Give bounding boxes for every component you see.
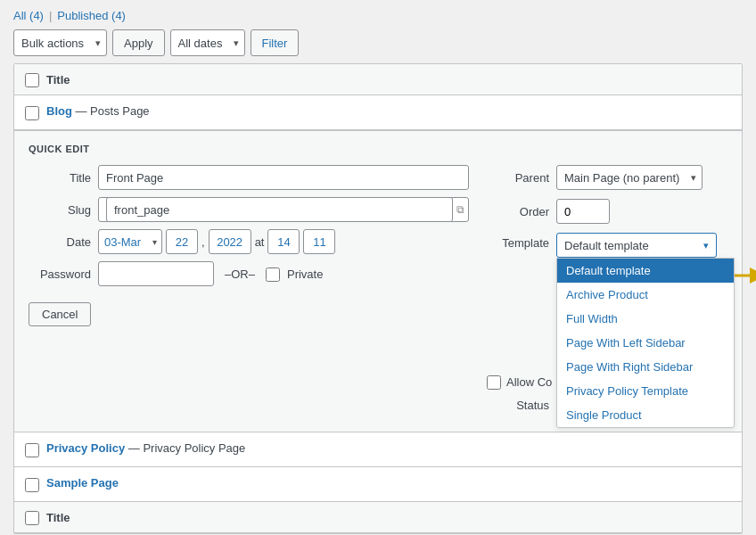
privacy-page-suffix: — Privacy Policy Page	[125, 441, 245, 455]
template-option-default[interactable]: Default template	[557, 259, 734, 283]
quick-edit-form: Title Slug ⧉ Date	[29, 165, 727, 419]
password-label: Password	[29, 268, 91, 281]
top-filter-bar: Bulk actions Apply All dates Filter	[13, 29, 743, 56]
month-select[interactable]: 03-Mar	[98, 229, 162, 254]
quick-edit-title: QUICK EDIT	[29, 144, 727, 154]
order-input[interactable]	[556, 199, 610, 224]
password-input[interactable]	[98, 261, 214, 286]
title-label: Title	[29, 171, 91, 185]
hour-input[interactable]	[267, 229, 300, 254]
table-footer-header-row: Title	[14, 502, 742, 533]
select-all-checkbox[interactable]	[25, 73, 39, 87]
slug-label: Slug	[29, 203, 91, 217]
template-option-privacy[interactable]: Privacy Policy Template	[557, 379, 734, 403]
slug-wrap: ⧉	[98, 197, 469, 222]
template-dropdown-menu: Default template Archive Product Full Wi…	[556, 258, 735, 428]
tabs-bar: All (4) | Published (4)	[13, 9, 743, 22]
cancel-button[interactable]: Cancel	[29, 302, 91, 326]
tab-separator: |	[49, 9, 52, 22]
template-row: Template Default template ▾ Default temp…	[487, 233, 727, 258]
select-all-bottom-checkbox[interactable]	[25, 511, 39, 525]
pages-table: Title Blog — Posts Page QUICK EDIT Title	[13, 63, 743, 534]
template-current-value: Default template	[564, 239, 649, 252]
blog-page-link[interactable]: Blog	[46, 104, 72, 118]
blog-page-suffix: — Posts Page	[72, 104, 150, 118]
private-checkbox[interactable]	[266, 268, 280, 282]
parent-row: Parent Main Page (no parent)	[487, 165, 727, 190]
template-dropdown-button[interactable]: Default template ▾	[556, 233, 717, 258]
template-option-left[interactable]: Page With Left Sidebar	[557, 331, 734, 355]
apply-top-button[interactable]: Apply	[112, 29, 165, 56]
row-checkbox-blog[interactable]	[25, 106, 39, 120]
template-option-full[interactable]: Full Width	[557, 307, 734, 331]
slug-row: Slug ⧉	[29, 197, 469, 222]
order-label: Order	[487, 205, 549, 218]
password-row: Password –OR– Private	[29, 261, 469, 286]
parent-select[interactable]: Main Page (no parent)	[556, 165, 703, 190]
table-row: Blog — Posts Page	[14, 95, 742, 130]
allow-comments-checkbox[interactable]	[487, 375, 501, 390]
parent-label: Parent	[487, 171, 549, 185]
allow-comments-label: Allow Co	[506, 375, 552, 389]
qe-right-col: Parent Main Page (no parent) Order Templ…	[487, 165, 727, 419]
template-label: Template	[487, 236, 549, 250]
day-input[interactable]	[166, 229, 198, 254]
tab-published[interactable]: Published (4)	[57, 9, 126, 22]
parent-select-wrap: Main Page (no parent)	[556, 165, 703, 190]
row-checkbox-sample[interactable]	[25, 478, 39, 492]
order-row: Order	[487, 199, 727, 224]
all-dates-wrap: All dates	[170, 29, 245, 56]
bulk-actions-top-select[interactable]: Bulk actions	[13, 29, 107, 56]
month-select-wrap: 03-Mar ▾	[98, 229, 162, 254]
qe-left-col: Title Slug ⧉ Date	[29, 165, 469, 419]
filter-button[interactable]: Filter	[251, 29, 300, 56]
slug-input[interactable]	[106, 197, 453, 222]
row-checkbox-privacy[interactable]	[25, 443, 39, 457]
date-inputs: 03-Mar ▾ , at	[98, 229, 335, 254]
template-chevron-icon: ▾	[703, 240, 709, 251]
date-label: Date	[29, 235, 91, 249]
template-option-archive[interactable]: Archive Product	[557, 283, 734, 307]
slug-copy-icon[interactable]: ⧉	[456, 203, 464, 216]
template-dropdown-container: Default template ▾ Default template Arch…	[556, 233, 717, 258]
comma1: ,	[201, 235, 205, 249]
table-row: Sample Page	[14, 467, 742, 502]
table-header-row: Title	[14, 64, 742, 95]
template-option-right[interactable]: Page With Right Sidebar	[557, 355, 734, 379]
at-label: at	[255, 235, 265, 249]
status-label: Status	[487, 399, 549, 412]
private-label: Private	[287, 268, 323, 281]
sample-page-link[interactable]: Sample Page	[46, 476, 119, 490]
privacy-page-link[interactable]: Privacy Policy	[46, 441, 125, 455]
all-dates-select[interactable]: All dates	[170, 29, 245, 56]
title-row: Title	[29, 165, 469, 190]
min-input[interactable]	[303, 229, 335, 254]
title-footer-column-header: Title	[46, 511, 70, 524]
title-input[interactable]	[98, 165, 469, 190]
template-option-single[interactable]: Single Product	[557, 403, 734, 427]
title-column-header: Title	[46, 73, 70, 86]
bulk-actions-top-wrap: Bulk actions	[13, 29, 107, 56]
date-row: Date 03-Mar ▾ , at	[29, 229, 469, 254]
quick-edit-area: QUICK EDIT Title Slug ⧉	[14, 130, 742, 432]
password-or: –OR–	[225, 268, 255, 281]
tab-all[interactable]: All (4)	[13, 9, 44, 22]
year-input[interactable]	[209, 229, 251, 254]
table-row: Privacy Policy — Privacy Policy Page	[14, 432, 742, 467]
